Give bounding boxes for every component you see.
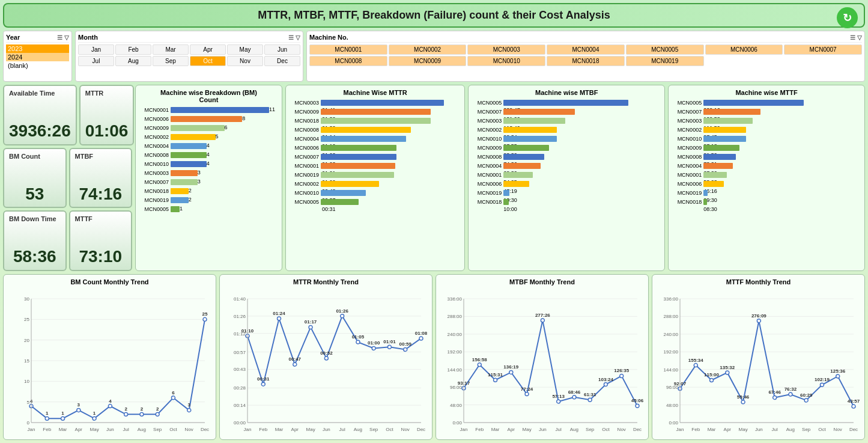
svg-text:48:00: 48:00 — [666, 403, 679, 408]
bar-fill — [171, 188, 189, 194]
svg-text:102:19: 102:19 — [815, 377, 830, 382]
year-option-blank[interactable]: (blank) — [6, 61, 69, 70]
bar-container: 01:30 — [321, 118, 461, 124]
svg-text:Mar: Mar — [275, 427, 284, 432]
month-sep[interactable]: Sep — [153, 56, 189, 66]
bar-fill — [503, 118, 565, 124]
bar-row: MCN0001 01:01 — [290, 162, 461, 170]
kpi-mttf: MTTF 73:10 — [69, 210, 133, 271]
svg-text:Oct: Oct — [386, 427, 393, 432]
trend-mttf-panel: MTTF Monthly Trend 0:00 48:00 96:00 144:… — [652, 274, 865, 440]
svg-text:01:08: 01:08 — [415, 331, 428, 336]
svg-text:01:26: 01:26 — [234, 314, 246, 319]
trend-mttr-panel: MTTR Monthly Trend 00:00 00:14 00:28 00:… — [219, 274, 432, 440]
svg-text:Sep: Sep — [802, 427, 811, 432]
svg-text:00:43: 00:43 — [234, 367, 246, 372]
svg-text:1: 1 — [61, 411, 64, 416]
bar-label: MCN0003 — [290, 100, 321, 106]
machine-empty2 — [784, 56, 862, 66]
svg-text:Oct: Oct — [169, 427, 177, 432]
month-feb[interactable]: Feb — [115, 44, 151, 55]
bar-label: MCN0009 — [139, 125, 171, 131]
svg-text:01:26: 01:26 — [336, 308, 348, 314]
month-dec[interactable]: Dec — [264, 56, 300, 66]
svg-text:155:34: 155:34 — [688, 358, 703, 363]
bar-row: MCN0003 113:40 — [472, 117, 661, 124]
trend-bm-title: BM Count Monthly Trend — [8, 278, 211, 286]
year-option-2023[interactable]: 2023 — [6, 44, 69, 53]
year-option-2024[interactable]: 2024 — [6, 53, 69, 61]
machine-mcn0001[interactable]: MCN0001 — [309, 44, 387, 55]
bar-value: 8 — [242, 115, 245, 121]
svg-text:240:00: 240:00 — [664, 332, 679, 337]
bar-fill — [703, 199, 707, 205]
bar-fill — [321, 118, 431, 124]
refresh-icon[interactable]: ↻ — [837, 7, 858, 28]
middle-section: Available Time 3936:26 MTTR 01:06 BM Cou… — [3, 85, 865, 271]
bar-fill — [703, 154, 735, 160]
svg-text:Jul: Jul — [556, 427, 562, 432]
bar-container: 3 — [171, 170, 278, 176]
bar-container: 53:03 — [703, 172, 861, 178]
machine-mcn0010[interactable]: MCN0010 — [467, 56, 545, 66]
bar-label: MCN0010 — [472, 136, 503, 142]
bar-label: MCN0004 — [472, 163, 503, 169]
month-jun[interactable]: Jun — [264, 44, 300, 55]
bar-label: MCN0005 — [472, 100, 503, 106]
bar-fill — [321, 163, 395, 169]
svg-text:Apr: Apr — [291, 427, 299, 432]
svg-text:Jan: Jan — [244, 427, 252, 432]
bar-row: MCN0010 00:37 — [290, 189, 461, 197]
month-oct[interactable]: Oct — [190, 56, 226, 66]
svg-text:May: May — [90, 427, 99, 432]
machine-mcn0006[interactable]: MCN0006 — [705, 44, 783, 55]
bar-row: MCN0019 09:30 — [672, 189, 861, 197]
svg-text:77:24: 77:24 — [521, 386, 533, 392]
svg-point-88 — [404, 347, 407, 351]
bar-row: MCN0005 1 — [139, 205, 278, 213]
machine-mcn0003[interactable]: MCN0003 — [467, 44, 545, 55]
month-mar[interactable]: Mar — [153, 44, 189, 55]
svg-point-194 — [820, 383, 824, 386]
machine-mcn0002[interactable]: MCN0002 — [389, 44, 467, 55]
bar-container: 4 — [171, 152, 278, 158]
month-apr[interactable]: Apr — [190, 44, 226, 55]
machine-mcn0005[interactable]: MCN0005 — [626, 44, 704, 55]
bar-container: 08:30 — [703, 199, 861, 205]
svg-point-196 — [836, 374, 840, 378]
svg-text:Aug: Aug — [786, 427, 795, 432]
bar-label: MCN0006 — [290, 145, 321, 151]
bar-fill — [171, 152, 207, 158]
bar-container: 67:20 — [703, 163, 861, 169]
machine-mcn0018[interactable]: MCN0018 — [547, 56, 625, 66]
bar-container: 01:10 — [321, 136, 461, 142]
bar-fill — [703, 118, 752, 124]
bar-label: MCN0002 — [290, 181, 321, 187]
month-may[interactable]: May — [227, 44, 263, 55]
svg-text:15: 15 — [24, 358, 29, 364]
machine-mcn0019[interactable]: MCN0019 — [626, 56, 704, 66]
machine-mcn0004[interactable]: MCN0004 — [547, 44, 625, 55]
svg-text:1: 1 — [46, 411, 49, 416]
bottom-section: BM Count Monthly Trend 0 5 10 15 20 25 3… — [3, 274, 865, 440]
month-jan[interactable]: Jan — [78, 44, 114, 55]
bar-value: 6 — [225, 124, 228, 130]
svg-text:288:00: 288:00 — [448, 314, 463, 319]
month-aug[interactable]: Aug — [115, 56, 151, 66]
bar-row: MCN0006 8 — [139, 115, 278, 123]
svg-text:01:00: 01:00 — [368, 340, 380, 346]
machine-mcn0007[interactable]: MCN0007 — [784, 44, 862, 55]
machine-mcn0008[interactable]: MCN0008 — [309, 56, 387, 66]
bar-container: 3 — [171, 179, 278, 185]
bar-container: 09:30 — [703, 190, 861, 196]
bar-row: MCN0004 01:10 — [290, 135, 461, 142]
svg-text:55:46: 55:46 — [737, 394, 750, 400]
machine-mcn0009[interactable]: MCN0009 — [389, 56, 467, 66]
month-nov[interactable]: Nov — [227, 56, 263, 66]
machine-filter-icons: ☰ ▽ — [850, 34, 862, 41]
svg-point-134 — [557, 400, 560, 403]
svg-text:Feb: Feb — [259, 427, 267, 432]
month-jul[interactable]: Jul — [78, 56, 114, 66]
svg-text:144:00: 144:00 — [664, 367, 679, 373]
svg-point-30 — [156, 412, 159, 416]
